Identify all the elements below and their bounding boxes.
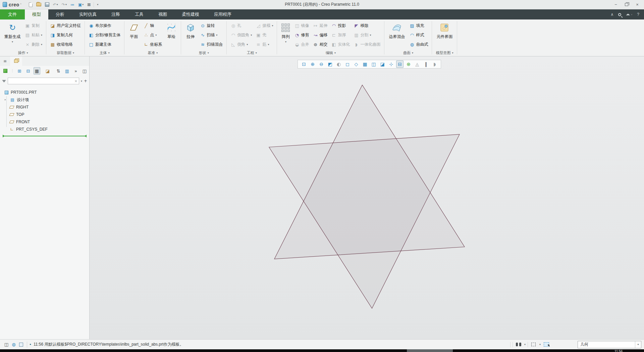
copy-geometry-button[interactable]: ◨复制几何: [49, 31, 82, 39]
group-label-body[interactable]: 主体▾: [85, 49, 124, 56]
tree-columns-toggle[interactable]: ▦: [34, 67, 40, 75]
close-window-button[interactable]: ⊠: [87, 1, 91, 8]
group-label-engineering[interactable]: 工程▾: [227, 49, 277, 56]
rib-button[interactable]: ≡筋▾: [254, 41, 274, 49]
tree-search-input[interactable]: [9, 79, 74, 83]
redo-button[interactable]: ↷▾: [61, 1, 67, 8]
tab-annotate[interactable]: 注释: [104, 9, 127, 19]
browser-toggle-button[interactable]: ◍: [10, 341, 17, 348]
collapse-ribbon-button[interactable]: ∧: [611, 12, 614, 17]
copy-button[interactable]: ▣复制: [23, 21, 44, 30]
group-label-datum[interactable]: 基准▾: [124, 49, 181, 56]
orient-mode-button[interactable]: ◬: [414, 60, 421, 68]
chamfer-button[interactable]: ◺倒角▾: [229, 41, 253, 49]
tree-column-display-button[interactable]: ▥: [64, 67, 70, 75]
remove-button[interactable]: ◤移除: [352, 21, 382, 30]
swept-blend-button[interactable]: ≋扫描混合: [199, 41, 224, 49]
fill-button[interactable]: ▨填充: [408, 21, 429, 30]
group-label-get-data[interactable]: 获取数据▾: [46, 49, 85, 56]
mirror-button[interactable]: ◫镜像: [293, 21, 310, 30]
datum-plane-button[interactable]: 平面: [127, 21, 141, 49]
thicken-button[interactable]: ⊏加厚: [330, 31, 351, 39]
insert-here-indicator[interactable]: [3, 136, 87, 136]
sweep-button[interactable]: ∿扫描▾: [199, 31, 224, 39]
close-button[interactable]: ×: [633, 1, 642, 8]
learning-connector-button[interactable]: ▾: [626, 13, 632, 16]
graphics-area[interactable]: ⊡ ⊕ ⊖ ◩ ◐ ◻ ◇ ▦ ◫ ◪ ⊹ ⊟ ⊛ ◬ ‖ ◗: [90, 56, 644, 339]
datum-axis-button[interactable]: ╱轴: [142, 21, 163, 30]
search-clear-icon[interactable]: ×: [74, 79, 77, 83]
paste-button[interactable]: ▤粘贴▾: [23, 31, 44, 39]
restore-button[interactable]: [622, 1, 631, 8]
collapse-all-button[interactable]: ⊟: [25, 67, 32, 75]
revolve-button[interactable]: ⊙旋转: [199, 21, 224, 30]
navigator-toggle-button[interactable]: ◫: [3, 341, 10, 348]
project-button[interactable]: ◠投影: [330, 21, 351, 30]
tab-model[interactable]: 模型: [25, 9, 48, 19]
component-interface-button[interactable]: 元件界面: [434, 21, 454, 49]
tab-flexible-modeling[interactable]: 柔性建模: [174, 9, 207, 19]
group-label-model-intent[interactable]: 模型意图▾: [432, 49, 457, 56]
trim-button[interactable]: ◔修剪: [293, 31, 310, 39]
open-file-button[interactable]: [36, 1, 42, 8]
shrinkwrap-button[interactable]: ▩收缩包络: [49, 41, 82, 49]
new-file-button[interactable]: [28, 1, 33, 8]
udf-button[interactable]: ◪用户定义特征: [49, 21, 82, 30]
find-dropdown[interactable]: ▾: [524, 343, 526, 346]
freestyle-button[interactable]: ◍自由式: [408, 41, 429, 49]
tab-realtime-simulation[interactable]: 实时仿真: [72, 9, 104, 19]
merge-button[interactable]: ◒合并: [293, 41, 310, 49]
delete-button[interactable]: ×删除▾: [23, 41, 44, 49]
tree-show-button[interactable]: [2, 67, 9, 75]
pattern-button[interactable]: 阵列 ▾: [279, 21, 292, 49]
group-label-editing[interactable]: 编辑▾: [277, 49, 384, 56]
offset-button[interactable]: ↝偏移: [311, 31, 329, 39]
pause-button[interactable]: ‖: [422, 60, 430, 68]
minimize-button[interactable]: −: [611, 1, 621, 8]
undo-button[interactable]: ↶▾: [52, 1, 59, 8]
refit-button[interactable]: ⊡: [300, 60, 308, 68]
search-add-button[interactable]: +: [84, 79, 87, 83]
tree-node-root[interactable]: PRT0001.PRT: [0, 89, 89, 96]
selection-filter-combo[interactable]: 几何 ▾: [578, 341, 641, 348]
tab-tools[interactable]: 工具: [127, 9, 151, 19]
model-tree-tab-icon[interactable]: ≡: [0, 59, 10, 63]
tab-analysis[interactable]: 分析: [48, 9, 72, 19]
divide-button[interactable]: ▥分割▾: [352, 31, 382, 39]
tab-applications[interactable]: 应用程序: [207, 9, 239, 19]
datum-csys-button[interactable]: ∟坐标系: [142, 41, 163, 49]
tree-node-front-plane[interactable]: FRONT: [0, 118, 89, 126]
customize-qat-button[interactable]: ▾: [96, 1, 99, 8]
display-style-button[interactable]: ◻: [344, 60, 351, 68]
hole-button[interactable]: ◎孔: [229, 21, 253, 30]
new-body-button[interactable]: □新建主体: [87, 41, 122, 49]
select-box-dropdown[interactable]: ▾: [539, 343, 541, 346]
sketch-button[interactable]: 草绘: [164, 21, 178, 49]
boundary-blend-button[interactable]: 边界混合: [387, 21, 407, 49]
zoom-out-button[interactable]: ⊖: [318, 60, 325, 68]
group-label-surfaces[interactable]: 曲面▾: [384, 49, 432, 56]
select-box-button[interactable]: [530, 341, 537, 348]
search-options-dropdown[interactable]: ▾: [81, 80, 82, 83]
zoom-in-button[interactable]: ⊕: [309, 60, 316, 68]
annotation-display-button[interactable]: ⊟: [396, 60, 404, 68]
tree-node-right-plane[interactable]: RIGHT: [0, 103, 89, 111]
tree-node-design-items[interactable]: ▸ ▤ 设计项: [0, 96, 89, 103]
boolean-operations-button[interactable]: ◉布尔操作: [87, 21, 122, 30]
section-button[interactable]: ◪: [379, 60, 386, 68]
toolbar-overflow-button[interactable]: »: [72, 67, 79, 75]
tree-settings-button[interactable]: ◫: [81, 67, 88, 75]
fullscreen-toggle-button[interactable]: [17, 341, 25, 348]
environment-button[interactable]: ◫: [370, 60, 377, 68]
extend-button[interactable]: ↦延伸: [311, 21, 329, 30]
group-label-operations[interactable]: 操作▾: [0, 49, 46, 56]
datum-point-button[interactable]: ∴点▾: [142, 31, 163, 39]
select-preview-button[interactable]: [543, 341, 550, 348]
expand-all-button[interactable]: ⊞: [16, 67, 23, 75]
window-switch-button[interactable]: ▣▾: [77, 1, 84, 8]
command-search-icon[interactable]: [618, 13, 621, 16]
model-display-options-button[interactable]: ≔: [70, 1, 75, 8]
view-manager-button[interactable]: ▦: [361, 60, 369, 68]
shading-options-button[interactable]: ◐: [335, 60, 342, 68]
intersect-button[interactable]: ⊚相交: [311, 41, 329, 49]
